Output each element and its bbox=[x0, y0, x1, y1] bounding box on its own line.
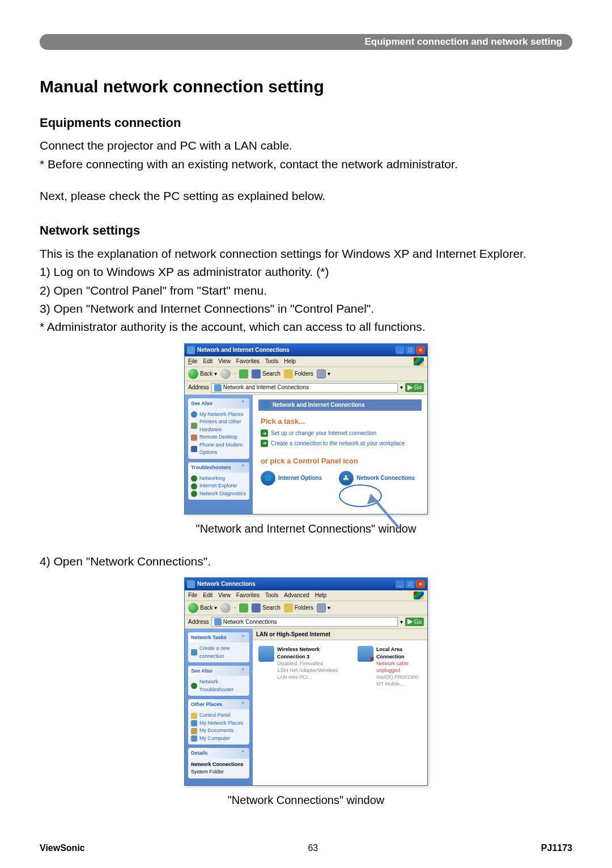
menu-advanced[interactable]: Advanced bbox=[284, 592, 309, 599]
back-button[interactable]: Back ▾ bbox=[188, 603, 217, 613]
forward-button[interactable] bbox=[220, 603, 231, 613]
folders-button[interactable]: Folders bbox=[284, 603, 313, 612]
footer-page: 63 bbox=[308, 842, 318, 854]
windows-flag-icon bbox=[414, 592, 424, 599]
go-button[interactable]: Go bbox=[405, 618, 424, 627]
collapse-icon[interactable]: ˄ bbox=[240, 667, 246, 674]
maximize-button[interactable]: □ bbox=[406, 346, 415, 354]
minimize-button[interactable]: _ bbox=[396, 346, 405, 354]
task-create-workplace[interactable]: ➜Create a connection to the network at y… bbox=[261, 440, 422, 448]
menu-edit[interactable]: Edit bbox=[203, 358, 212, 365]
globe-icon bbox=[262, 401, 270, 409]
other-places-panel: Other Places˄ Control Panel My Network P… bbox=[188, 699, 249, 744]
collapse-icon[interactable]: ˄ bbox=[240, 464, 246, 471]
details-type: System Folder bbox=[191, 768, 246, 776]
details-panel: Details˄ Network Connections System Fold… bbox=[188, 748, 249, 778]
sidebar-item-mynet[interactable]: My Network Places bbox=[191, 720, 246, 727]
internet-options-icon[interactable]: 🌐Internet Options bbox=[261, 471, 322, 486]
titlebar: Network Connections _ □ × bbox=[185, 578, 427, 590]
toolbar: Back ▾ · Search Folders ▾ bbox=[185, 601, 427, 615]
sidebar-item-phone[interactable]: Phone and Modem Options bbox=[191, 441, 246, 457]
views-button[interactable]: ▾ bbox=[317, 369, 330, 378]
sidebar-item-newconn[interactable]: Create a new connection bbox=[191, 645, 246, 660]
menu-favorites[interactable]: Favorites bbox=[236, 358, 260, 365]
up-button[interactable] bbox=[239, 369, 248, 378]
menubar: File Edit View Favorites Tools Advanced … bbox=[185, 590, 427, 601]
minimize-button[interactable]: _ bbox=[396, 580, 405, 588]
sidebar-item-diag[interactable]: Network Diagnostics bbox=[191, 490, 246, 498]
screenshot-window-nc: Network Connections _ □ × File Edit View… bbox=[184, 577, 428, 786]
other-places-label: Other Places bbox=[191, 701, 222, 708]
forward-button[interactable] bbox=[220, 369, 231, 379]
address-icon bbox=[214, 384, 222, 392]
sidebar-item-mynetwork[interactable]: My Network Places bbox=[191, 411, 246, 419]
network-tasks-panel: Network Tasks˄ Create a new connection bbox=[188, 632, 249, 662]
address-dropdown[interactable]: ▾ bbox=[400, 384, 403, 392]
folders-button[interactable]: Folders bbox=[284, 369, 313, 378]
collapse-icon[interactable]: ˄ bbox=[240, 400, 246, 407]
sec2-l3: 3) Open "Network and Internet Connection… bbox=[40, 301, 572, 317]
troubleshooters-panel: Troubleshooters˄ Networking Internet Exp… bbox=[188, 462, 249, 500]
connection-lan[interactable]: Local Area Connection Network cable unpl… bbox=[358, 646, 422, 687]
address-bar: Address Network Connections ▾ Go bbox=[185, 615, 427, 629]
caption1: "Network and Internet Connections" windo… bbox=[40, 521, 572, 537]
sidebar-item-mydocs[interactable]: My Documents bbox=[191, 727, 246, 735]
collapse-icon[interactable]: ˄ bbox=[240, 701, 246, 708]
sidebar-item-printers[interactable]: Printers and Other Hardware bbox=[191, 418, 246, 433]
troubleshooters-label: Troubleshooters bbox=[191, 464, 231, 471]
address-dropdown[interactable]: ▾ bbox=[400, 618, 403, 626]
side-pane: Network Tasks˄ Create a new connection S… bbox=[185, 629, 253, 785]
go-button[interactable]: Go bbox=[405, 383, 424, 392]
address-icon bbox=[214, 618, 222, 626]
sec2-p1: This is the explanation of network conne… bbox=[40, 246, 572, 262]
titlebar: Network and Internet Connections _ □ × bbox=[185, 344, 427, 356]
main-pane: LAN or High-Speed Internet Wireless Netw… bbox=[253, 629, 427, 785]
sec1-p3: Next, please check the PC setting as exp… bbox=[40, 188, 572, 204]
close-button[interactable]: × bbox=[416, 346, 425, 354]
menu-file[interactable]: File bbox=[188, 358, 197, 365]
main-pane: Network and Internet Connections Pick a … bbox=[253, 395, 427, 514]
side-pane: See Also˄ My Network Places Printers and… bbox=[185, 395, 253, 514]
search-button[interactable]: Search bbox=[252, 369, 280, 378]
sidebar-item-ie[interactable]: Internet Explorer bbox=[191, 482, 246, 490]
views-button[interactable]: ▾ bbox=[317, 603, 330, 612]
menu-view[interactable]: View bbox=[218, 592, 231, 599]
sidebar-item-networking[interactable]: Networking bbox=[191, 475, 246, 483]
pick-task-label: Pick a task... bbox=[261, 416, 422, 427]
menu-edit[interactable]: Edit bbox=[203, 592, 212, 599]
page-title: Manual network connection setting bbox=[40, 75, 572, 99]
back-button[interactable]: Back ▾ bbox=[188, 369, 217, 379]
menu-view[interactable]: View bbox=[218, 358, 231, 365]
conn-name: Local Area Connection bbox=[376, 646, 422, 659]
window-icon bbox=[187, 580, 195, 588]
maximize-button[interactable]: □ bbox=[406, 580, 415, 588]
task-setup-internet[interactable]: ➜Set up or change your Internet connecti… bbox=[261, 429, 422, 437]
close-button[interactable]: × bbox=[416, 580, 425, 588]
sec2-l4: * Administrator authority is the account… bbox=[40, 319, 572, 335]
sidebar-item-remote[interactable]: Remote Desktop bbox=[191, 433, 246, 441]
collapse-icon[interactable]: ˄ bbox=[240, 750, 246, 756]
menu-tools[interactable]: Tools bbox=[265, 358, 278, 365]
network-tasks-label: Network Tasks bbox=[191, 634, 227, 641]
menu-tools[interactable]: Tools bbox=[265, 592, 278, 599]
collapse-icon[interactable]: ˄ bbox=[240, 634, 246, 641]
step4: 4) Open "Network Connections". bbox=[40, 554, 572, 569]
sidebar-item-mycomp[interactable]: My Computer bbox=[191, 735, 246, 743]
menu-file[interactable]: File bbox=[188, 592, 197, 599]
footer-model: PJ1173 bbox=[541, 842, 572, 854]
menu-help[interactable]: Help bbox=[284, 358, 296, 365]
page-footer: ViewSonic 63 PJ1173 bbox=[40, 842, 572, 854]
header-bar: Equipment connection and network setting bbox=[40, 34, 572, 50]
sidebar-item-cp[interactable]: Control Panel bbox=[191, 712, 246, 720]
connection-wireless[interactable]: Wireless Network Connection 3 Disabled, … bbox=[258, 646, 341, 687]
search-button[interactable]: Search bbox=[252, 603, 280, 612]
address-label: Address bbox=[188, 384, 209, 392]
menu-help[interactable]: Help bbox=[315, 592, 327, 599]
address-input[interactable]: Network and Internet Connections bbox=[211, 383, 398, 393]
conn-adapter: 1394 Net Adapter/Wireless LAN mini PCI..… bbox=[277, 667, 341, 680]
address-input[interactable]: Network Connections bbox=[211, 617, 398, 627]
sec1-p2: * Before connecting with an existing net… bbox=[40, 156, 572, 172]
up-button[interactable] bbox=[239, 603, 248, 612]
menu-favorites[interactable]: Favorites bbox=[236, 592, 260, 599]
sidebar-item-troubleshoot[interactable]: Network Troubleshooter bbox=[191, 678, 246, 693]
